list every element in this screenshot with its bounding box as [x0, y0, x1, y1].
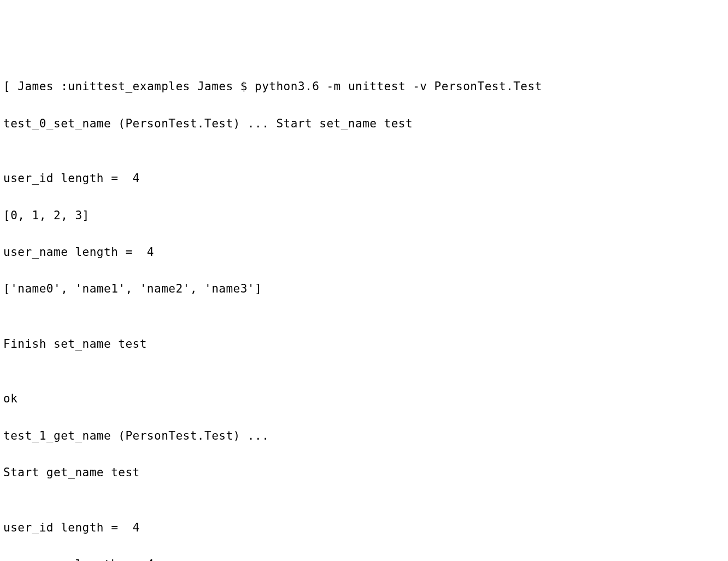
prompt-open-bracket: [: [3, 80, 17, 93]
terminal-output-line: test_0_set_name (PersonTest.Test) ... St…: [3, 115, 725, 133]
terminal-output-line: user_id length = 4: [3, 170, 725, 188]
terminal-output-line: user_name length = 4: [3, 556, 725, 561]
prompt-dir: unittest_examples: [68, 80, 190, 93]
command-text: python3.6 -m unittest -v PersonTest.Test: [255, 80, 542, 93]
terminal-output-line: ok: [3, 390, 725, 408]
terminal-output-line: Start get_name test: [3, 464, 725, 482]
terminal-output-line: [0, 1, 2, 3]: [3, 207, 725, 225]
prompt-user: James: [17, 80, 54, 93]
terminal-output-line: user_name length = 4: [3, 243, 725, 262]
terminal-line-prompt-1[interactable]: [ James :unittest_examples James $ pytho…: [3, 78, 725, 96]
terminal-output-line: test_1_get_name (PersonTest.Test) ...: [3, 427, 725, 446]
prompt-user-2: James: [190, 80, 233, 93]
terminal-output-line: ['name0', 'name1', 'name2', 'name3']: [3, 280, 725, 299]
terminal-output-line: Finish set_name test: [3, 335, 725, 354]
prompt-dollar: $: [233, 80, 255, 93]
prompt-colon: :: [54, 80, 68, 93]
terminal-output-line: user_id length = 4: [3, 519, 725, 537]
